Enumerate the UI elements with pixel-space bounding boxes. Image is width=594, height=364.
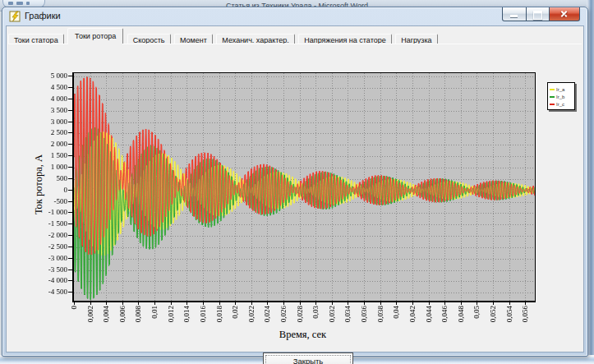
x-tick-label: 0,032 bbox=[328, 306, 336, 330]
x-tick-mark bbox=[429, 302, 430, 305]
x-tick-label: 0,034 bbox=[343, 306, 352, 330]
x-tick-label: 0,056 bbox=[521, 306, 529, 330]
y-tick-label: 3 500 bbox=[30, 106, 67, 114]
x-tick-label: 0,024 bbox=[263, 306, 271, 330]
x-tick-mark bbox=[477, 302, 477, 305]
chart-panel: Ток ротора, А Время, сек Ir_a Ir_b Ir_c bbox=[8, 58, 585, 353]
y-tick-label: -4 500 bbox=[30, 288, 67, 296]
y-tick-label: 2 500 bbox=[30, 128, 67, 136]
x-tick-label: 0,048 bbox=[457, 306, 465, 330]
y-tick-mark bbox=[68, 258, 72, 259]
y-tick-label: -2 000 bbox=[30, 231, 67, 239]
x-tick-mark bbox=[283, 302, 284, 305]
x-tick-label: 0,026 bbox=[279, 306, 288, 330]
x-tick-label: 0,018 bbox=[215, 306, 223, 330]
y-tick-label: 4 000 bbox=[30, 94, 67, 103]
x-tick-mark bbox=[348, 302, 348, 305]
x-tick-label: 0,022 bbox=[247, 306, 256, 330]
x-tick-mark bbox=[300, 302, 301, 305]
x-tick-label: 0,042 bbox=[408, 306, 417, 330]
x-tick-label: 0,002 bbox=[86, 306, 94, 330]
y-tick-mark bbox=[68, 190, 72, 191]
y-tick-mark bbox=[68, 270, 72, 270]
y-tick-label: 500 bbox=[30, 174, 67, 182]
x-tick-label: 0,006 bbox=[118, 306, 127, 330]
x-tick-mark bbox=[509, 302, 510, 305]
x-tick-mark bbox=[171, 302, 172, 305]
y-tick-mark bbox=[68, 132, 72, 133]
close-window-button[interactable] bbox=[550, 7, 580, 21]
legend-entry: Ir_a bbox=[550, 85, 573, 93]
maximize-restore-icon bbox=[533, 11, 542, 20]
y-tick-mark bbox=[68, 76, 72, 76]
x-tick-label: 0,004 bbox=[102, 306, 110, 330]
x-tick-mark bbox=[364, 302, 365, 305]
y-tick-mark bbox=[68, 178, 72, 179]
x-tick-mark bbox=[203, 302, 204, 305]
tab-bar: Токи статора Токи ротора Скорость Момент… bbox=[8, 28, 582, 44]
x-tick-mark bbox=[444, 302, 445, 305]
y-tick-mark bbox=[68, 99, 72, 99]
y-tick-mark bbox=[68, 87, 72, 88]
y-tick-mark bbox=[68, 292, 72, 293]
x-tick-mark bbox=[380, 302, 381, 305]
x-tick-mark bbox=[90, 302, 91, 305]
tab-toki-rotora[interactable]: Токи ротора bbox=[67, 28, 123, 44]
x-tick-label: 0,052 bbox=[489, 306, 497, 330]
y-tick-label: 4 500 bbox=[30, 83, 67, 91]
x-tick-label: 0,008 bbox=[134, 306, 142, 330]
x-tick-label: 0,028 bbox=[296, 306, 304, 330]
y-tick-mark bbox=[68, 235, 72, 236]
x-tick-label: 0,03 bbox=[311, 306, 320, 330]
chart-legend: Ir_a Ir_b Ir_c bbox=[547, 82, 575, 110]
y-tick-mark bbox=[68, 110, 72, 111]
x-tick-label: 0,054 bbox=[505, 306, 513, 330]
x-tick-mark bbox=[251, 302, 252, 305]
chart-canvas[interactable] bbox=[74, 73, 535, 301]
x-tick-label: 0,038 bbox=[376, 306, 384, 330]
y-tick-mark bbox=[68, 122, 72, 122]
y-tick-label: 5 000 bbox=[30, 71, 67, 80]
x-tick-mark bbox=[525, 302, 526, 305]
y-tick-mark bbox=[68, 155, 72, 156]
y-tick-mark bbox=[68, 212, 72, 213]
y-tick-label: 3 000 bbox=[30, 117, 67, 126]
x-tick-mark bbox=[461, 302, 462, 305]
chart-app-icon bbox=[9, 11, 21, 22]
x-tick-label: 0,046 bbox=[440, 306, 449, 330]
x-tick-mark bbox=[315, 302, 316, 305]
minimize-button[interactable] bbox=[502, 7, 527, 21]
x-tick-label: 0,036 bbox=[360, 306, 368, 330]
y-tick-label: -500 bbox=[30, 197, 67, 205]
y-tick-mark bbox=[68, 223, 72, 224]
x-tick-label: 0,044 bbox=[425, 306, 433, 330]
y-tick-mark bbox=[68, 201, 72, 202]
legend-entry: Ir_b bbox=[550, 93, 573, 100]
plot-area[interactable] bbox=[72, 72, 536, 302]
x-axis-title: Время, сек bbox=[72, 329, 533, 341]
y-tick-label: 1 500 bbox=[30, 151, 67, 159]
close-dialog-button[interactable]: Закрыть bbox=[263, 352, 353, 364]
x-tick-label: 0,012 bbox=[167, 306, 175, 330]
x-tick-label: 0,05 bbox=[472, 306, 481, 330]
window-title: Графики bbox=[25, 11, 61, 21]
x-tick-label: 0 bbox=[70, 306, 78, 330]
x-tick-label: 0,02 bbox=[231, 306, 239, 330]
x-tick-mark bbox=[154, 302, 155, 305]
minimize-icon bbox=[510, 15, 518, 17]
x-tick-label: 0,01 bbox=[150, 306, 159, 330]
series-ir-c-marker-icon bbox=[550, 104, 555, 105]
maximize-restore-button[interactable] bbox=[527, 7, 550, 21]
x-tick-mark bbox=[106, 302, 107, 305]
y-tick-label: -1 500 bbox=[30, 219, 67, 228]
x-tick-mark bbox=[138, 302, 139, 305]
y-tick-label: -1 000 bbox=[30, 208, 67, 216]
x-tick-mark bbox=[219, 302, 220, 305]
window-client-area: Токи статора Токи ротора Скорость Момент… bbox=[6, 25, 584, 352]
y-tick-label: -2 500 bbox=[30, 242, 67, 251]
caption-buttons bbox=[502, 7, 580, 21]
y-tick-mark bbox=[68, 280, 72, 281]
window-titlebar[interactable]: Графики bbox=[2, 7, 587, 25]
tab-page-toki-rotora: Ток ротора, А Время, сек Ir_a Ir_b Ir_c bbox=[8, 44, 582, 350]
y-tick-label: -4 000 bbox=[30, 276, 67, 284]
